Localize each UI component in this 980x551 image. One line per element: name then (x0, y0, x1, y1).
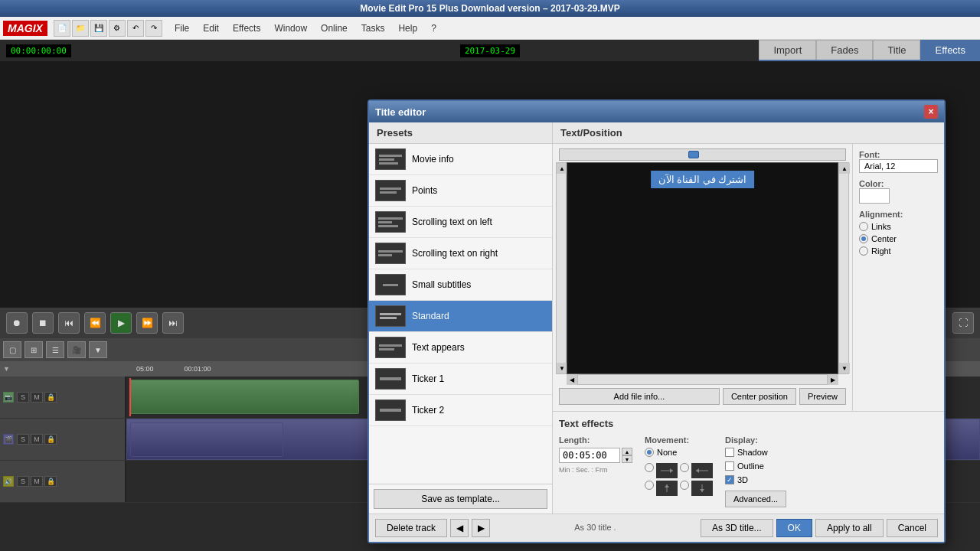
text-preview-canvas[interactable]: اشترك في القناة الآن (567, 162, 838, 374)
movement-radio-1[interactable] (645, 463, 654, 472)
movement-radio-4[interactable] (680, 481, 689, 490)
preset-line (378, 225, 398, 227)
menu-help[interactable]: Help (392, 21, 423, 35)
as-3d-title-button[interactable]: As 3D title... (701, 519, 773, 537)
menu-help-icon[interactable]: ? (425, 21, 443, 35)
btn-track-more[interactable]: ▼ (89, 341, 107, 358)
btn-track-single[interactable]: ▢ (3, 341, 21, 358)
advanced-button[interactable]: Advanced... (725, 491, 786, 507)
radio-center[interactable] (859, 234, 868, 243)
3d-option[interactable]: 3D (725, 475, 786, 484)
track-mute-3[interactable]: M (31, 476, 43, 487)
scroll-right[interactable]: ▶ (828, 374, 838, 385)
shadow-checkbox[interactable] (725, 448, 734, 457)
btn-fullscreen[interactable]: ⛶ (952, 312, 974, 334)
track-lock-1[interactable]: 🔒 (44, 392, 57, 403)
menu-edit[interactable]: Edit (197, 21, 225, 35)
delete-track-button[interactable]: Delete track (375, 519, 447, 537)
movement-radio-2[interactable] (680, 463, 689, 472)
preset-small-subtitles[interactable]: Small subtitles (369, 269, 552, 301)
radio-links[interactable] (859, 222, 868, 231)
track-lock-3[interactable]: 🔒 (44, 476, 57, 487)
menu-window[interactable]: Window (268, 21, 313, 35)
shadow-option[interactable]: Shadow (725, 448, 786, 457)
scroll-up-right[interactable]: ▲ (839, 163, 850, 174)
toolbar-redo[interactable]: ↷ (145, 20, 162, 37)
preset-scroll-right[interactable]: Scrolling text on right (369, 238, 552, 269)
preset-line (378, 250, 403, 253)
menu-file[interactable]: File (168, 21, 195, 35)
scroll-left[interactable]: ◀ (567, 374, 577, 385)
btn-track-grid[interactable]: ⊞ (24, 341, 43, 358)
scroll-down[interactable]: ▼ (557, 363, 567, 373)
preset-movie-info[interactable]: Movie info (369, 144, 552, 175)
preset-scroll-left[interactable]: Scrolling text on left (369, 207, 552, 238)
btn-prev-frame[interactable]: ⏮ (58, 312, 80, 334)
dialog-close-button[interactable]: × (924, 105, 938, 119)
center-position-button[interactable]: Center position (723, 388, 796, 405)
btn-stop[interactable]: ⏹ (32, 312, 54, 334)
menu-tasks[interactable]: Tasks (355, 21, 391, 35)
spin-down[interactable]: ▼ (622, 455, 632, 463)
toolbar-settings[interactable]: ⚙ (109, 20, 126, 37)
btn-track-list[interactable]: ☰ (46, 341, 64, 358)
length-time-input[interactable] (559, 448, 620, 463)
save-template-button[interactable]: Save as template... (374, 489, 547, 509)
preset-ticker-1[interactable]: Ticker 1 (369, 364, 552, 395)
radio-right[interactable] (859, 246, 868, 256)
outline-option[interactable]: Outline (725, 461, 786, 471)
preset-standard[interactable]: Standard (369, 301, 552, 332)
ok-button[interactable]: OK (776, 519, 812, 537)
menu-effects[interactable]: Effects (227, 21, 266, 35)
toolbar-open[interactable]: 📁 (72, 20, 89, 37)
menu-online[interactable]: Online (315, 21, 354, 35)
btn-back[interactable]: ⏪ (84, 312, 106, 334)
tab-import[interactable]: Import (759, 40, 816, 60)
title-editor-dialog: Title editor × Presets Movie info (368, 99, 946, 543)
btn-track-cam[interactable]: 🎥 (67, 341, 86, 358)
preset-ticker-2[interactable]: Ticker 2 (369, 395, 552, 426)
toolbar-new[interactable]: 📄 (54, 20, 70, 37)
scroll-up[interactable]: ▲ (557, 163, 567, 174)
track-lock-2[interactable]: 🔒 (44, 434, 57, 445)
alignment-center[interactable]: Center (859, 234, 938, 243)
font-value[interactable]: Arial, 12 (859, 159, 938, 173)
color-swatch[interactable] (859, 188, 890, 204)
track-mute-2[interactable]: M (31, 434, 43, 445)
preset-points[interactable]: Points (369, 175, 552, 207)
text-effects-header: Text effects (559, 418, 938, 429)
3d-checkbox[interactable] (725, 475, 734, 484)
tab-effects[interactable]: Effects (920, 40, 980, 60)
track-mute-1[interactable]: M (31, 392, 43, 403)
toolbar-undo[interactable]: ↶ (127, 20, 144, 37)
page-info: As 30 title . (574, 522, 616, 533)
btn-play[interactable]: ▶ (110, 312, 132, 334)
preset-text-appears[interactable]: Text appears (369, 332, 552, 364)
track-solo-3[interactable]: S (17, 476, 29, 487)
movement-radio-3[interactable] (645, 481, 654, 490)
track-clip-2[interactable] (130, 422, 283, 457)
btn-record[interactable]: ⏺ (6, 312, 28, 334)
track-solo-1[interactable]: S (17, 392, 29, 403)
toolbar-save[interactable]: 💾 (90, 20, 107, 37)
horizontal-position-slider[interactable] (559, 148, 846, 161)
cancel-button[interactable]: Cancel (887, 519, 938, 537)
btn-forward[interactable]: ⏩ (136, 312, 158, 334)
tab-fades[interactable]: Fades (816, 40, 873, 60)
tab-title[interactable]: Title (873, 40, 920, 60)
nav-back[interactable]: ◀ (450, 519, 469, 537)
alignment-links[interactable]: Links (859, 222, 938, 231)
alignment-right[interactable]: Right (859, 246, 938, 256)
spin-up[interactable]: ▲ (622, 448, 632, 455)
btn-next-frame[interactable]: ⏭ (162, 312, 184, 334)
add-file-info-button[interactable]: Add file info... (559, 388, 720, 405)
apply-to-all-button[interactable]: Apply to all (815, 519, 884, 537)
preview-button[interactable]: Preview (799, 388, 846, 405)
outline-checkbox[interactable] (725, 461, 734, 471)
movement-radio-none[interactable] (645, 448, 654, 457)
scroll-down-right[interactable]: ▼ (839, 363, 850, 373)
track-clip-1[interactable] (129, 380, 359, 414)
font-section: Font: Arial, 12 (859, 150, 938, 173)
track-solo-2[interactable]: S (17, 434, 29, 445)
nav-forward[interactable]: ▶ (472, 519, 490, 537)
